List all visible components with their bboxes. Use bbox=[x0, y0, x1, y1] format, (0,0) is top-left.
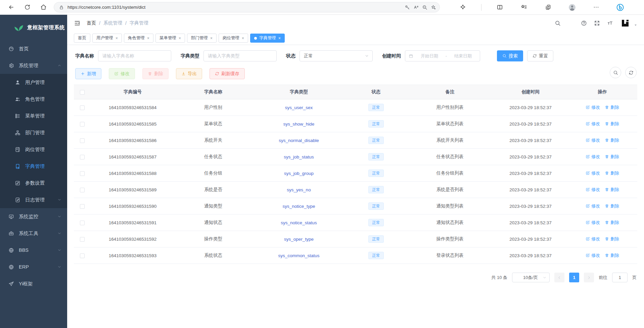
copilot-bing-icon[interactable] bbox=[614, 2, 626, 13]
sidebar-item-erp[interactable]: ERP bbox=[0, 259, 67, 275]
favorite-add-icon[interactable] bbox=[431, 5, 436, 10]
row-edit-link[interactable]: 修改 bbox=[586, 104, 600, 110]
refresh-icon[interactable] bbox=[21, 2, 33, 13]
sidebar-item-role[interactable]: 角色管理 bbox=[0, 91, 67, 107]
breadcrumb-item[interactable]: 首页 bbox=[87, 20, 96, 26]
search-button[interactable]: 搜索 bbox=[497, 50, 523, 61]
row-checkbox[interactable] bbox=[80, 122, 85, 127]
current-page-button[interactable]: 1 bbox=[569, 273, 579, 282]
row-edit-link[interactable]: 修改 bbox=[586, 154, 600, 160]
tab-home[interactable]: 首页 bbox=[74, 34, 90, 43]
sidebar-item-menu[interactable]: 菜单管理 bbox=[0, 107, 67, 124]
export-button[interactable]: 导出 bbox=[176, 68, 202, 79]
row-delete-link[interactable]: 删除 bbox=[605, 236, 619, 242]
row-edit-link[interactable]: 修改 bbox=[586, 137, 600, 143]
dict-type-link[interactable]: sys_oper_type bbox=[284, 237, 314, 242]
dict-type-link[interactable]: sys_normal_disable bbox=[279, 138, 319, 143]
row-checkbox[interactable] bbox=[80, 155, 85, 159]
lock-icon[interactable] bbox=[59, 5, 64, 10]
row-delete-link[interactable]: 删除 bbox=[605, 137, 619, 143]
row-delete-link[interactable]: 删除 bbox=[605, 154, 619, 160]
help-icon[interactable] bbox=[581, 20, 587, 26]
row-edit-link[interactable]: 修改 bbox=[586, 236, 600, 242]
sidebar-item-system[interactable]: 系统管理 bbox=[0, 57, 67, 74]
dict-name-input[interactable] bbox=[98, 50, 171, 61]
dict-type-link[interactable]: sys_yes_no bbox=[287, 187, 311, 192]
sidebar-item-user[interactable]: 用户管理 bbox=[0, 74, 67, 91]
sidebar-item-bbs[interactable]: BBS bbox=[0, 242, 67, 259]
row-checkbox[interactable] bbox=[80, 204, 85, 209]
collections-icon[interactable] bbox=[542, 2, 554, 13]
sidebar-item-param[interactable]: 参数设置 bbox=[0, 175, 67, 191]
address-bar[interactable]: https://ccnetcore.com:1101/system/dict bbox=[54, 2, 440, 12]
user-menu-caret-icon[interactable] bbox=[634, 24, 637, 28]
sidebar-collapse-icon[interactable] bbox=[74, 20, 81, 27]
row-checkbox[interactable] bbox=[80, 105, 85, 110]
next-page-button[interactable] bbox=[584, 273, 594, 282]
dict-type-link[interactable]: sys_job_group bbox=[284, 171, 314, 176]
dict-type-link[interactable]: sys_notice_type bbox=[283, 204, 315, 209]
zoom-out-icon[interactable] bbox=[422, 5, 427, 10]
row-checkbox[interactable] bbox=[80, 188, 85, 192]
close-icon[interactable]: × bbox=[210, 36, 213, 41]
row-delete-link[interactable]: 删除 bbox=[605, 121, 619, 127]
favorites-icon[interactable] bbox=[518, 2, 530, 13]
row-checkbox[interactable] bbox=[80, 221, 85, 225]
goto-page-input[interactable] bbox=[612, 273, 628, 282]
dict-type-link[interactable]: sys_job_status bbox=[284, 154, 314, 159]
text-size-icon[interactable] bbox=[607, 20, 613, 26]
row-edit-link[interactable]: 修改 bbox=[586, 252, 600, 259]
close-icon[interactable]: × bbox=[242, 36, 244, 41]
sidebar-item-tools[interactable]: 系统工具 bbox=[0, 225, 67, 242]
reset-button[interactable]: 重置 bbox=[527, 50, 553, 61]
row-delete-link[interactable]: 删除 bbox=[605, 252, 619, 259]
back-icon[interactable] bbox=[5, 2, 17, 13]
date-range-picker[interactable]: 开始日期 - 结束日期 bbox=[405, 50, 480, 61]
dict-type-link[interactable]: sys_user_sex bbox=[285, 105, 313, 110]
close-icon[interactable]: × bbox=[278, 36, 281, 41]
tab-role[interactable]: 角色管理× bbox=[124, 34, 153, 43]
tab-user[interactable]: 用户管理× bbox=[92, 34, 122, 43]
close-icon[interactable]: × bbox=[116, 36, 118, 41]
row-checkbox[interactable] bbox=[80, 138, 85, 143]
fullscreen-icon[interactable] bbox=[594, 20, 600, 26]
browser-essentials-icon[interactable] bbox=[457, 2, 469, 13]
refresh-table-button[interactable] bbox=[625, 67, 637, 78]
more-menu-icon[interactable] bbox=[591, 2, 602, 13]
sidebar-item-dept[interactable]: 部门管理 bbox=[0, 124, 67, 141]
row-checkbox[interactable] bbox=[80, 237, 85, 242]
row-edit-link[interactable]: 修改 bbox=[586, 170, 600, 176]
header-search-icon[interactable] bbox=[555, 20, 561, 26]
sidebar-item-log[interactable]: 日志管理 bbox=[0, 191, 67, 208]
refresh-cache-button[interactable]: 刷新缓存 bbox=[210, 68, 245, 79]
dict-type-link[interactable]: sys_common_status bbox=[278, 253, 319, 258]
tab-menu[interactable]: 菜单管理× bbox=[155, 34, 185, 43]
password-key-icon[interactable] bbox=[405, 5, 410, 10]
row-delete-link[interactable]: 删除 bbox=[605, 170, 619, 176]
tab-post[interactable]: 岗位管理× bbox=[219, 34, 248, 43]
tab-dept[interactable]: 部门管理× bbox=[187, 34, 217, 43]
row-delete-link[interactable]: 删除 bbox=[605, 104, 619, 110]
add-button[interactable]: 新增 bbox=[75, 68, 101, 79]
github-icon[interactable] bbox=[568, 20, 574, 26]
dict-type-input[interactable] bbox=[203, 50, 277, 61]
row-checkbox[interactable] bbox=[80, 253, 85, 258]
close-icon[interactable]: × bbox=[179, 36, 181, 41]
sidebar-item-dict[interactable]: 字典管理 bbox=[0, 158, 67, 175]
sidebar-item-home[interactable]: 首页 bbox=[0, 40, 67, 57]
row-delete-link[interactable]: 删除 bbox=[605, 187, 619, 193]
page-size-select[interactable]: 10条/页 bbox=[512, 273, 550, 282]
dict-type-link[interactable]: sys_show_hide bbox=[283, 122, 314, 127]
sidebar-item-yi[interactable]: Yi框架 bbox=[0, 275, 67, 292]
home-icon[interactable] bbox=[38, 2, 49, 13]
select-all-checkbox[interactable] bbox=[80, 90, 85, 95]
prev-page-button[interactable] bbox=[554, 273, 564, 282]
sidebar-item-post[interactable]: 岗位管理 bbox=[0, 141, 67, 158]
status-select[interactable]: 正常 bbox=[300, 50, 373, 61]
read-aloud-icon[interactable] bbox=[413, 5, 419, 10]
row-checkbox[interactable] bbox=[80, 171, 85, 176]
user-avatar[interactable] bbox=[620, 18, 630, 28]
tab-dict[interactable]: 字典管理× bbox=[250, 34, 285, 43]
row-delete-link[interactable]: 删除 bbox=[605, 203, 619, 209]
row-delete-link[interactable]: 删除 bbox=[605, 220, 619, 226]
